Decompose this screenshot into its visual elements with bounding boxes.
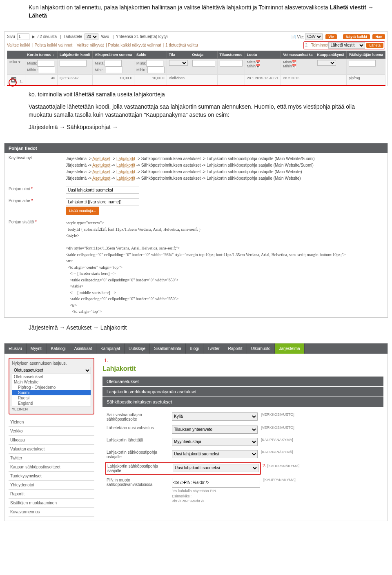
breadcrumb: Järjestelmä → Sähköpostipohjat → [29,123,377,131]
gift-card-grid: Kortin tunnus ↓Lahjakortin koodi Alkuper… [7,51,385,86]
template-subject-input[interactable] [66,198,139,205]
table-row: 1. 46 QZEY-6547 10,00 € 10,00 € Aktiivin… [7,74,385,85]
selection-count: 1 tietue(tta) valittu [165,43,198,47]
config-tab[interactable]: Kuvavarmennus [9,508,94,517]
accordion-item[interactable]: Sähköpostitoimituksen asetukset [102,397,383,407]
nav-item[interactable]: Katalogi [47,343,70,354]
config-tab[interactable]: Valuutan asetukset [9,445,94,454]
nav-item[interactable]: Etusivu [4,343,27,354]
config-tab[interactable]: Twitter [9,454,94,463]
nav-item[interactable]: Kampanjat [96,343,125,354]
config-tabs: YleinenVerkkoUlkoasuValuutan asetuksetTw… [9,418,94,517]
unselect-all-link[interactable]: Poista kaikki valinnat [34,43,72,47]
config-tab[interactable]: Kaupan sähköpostiosoitteet [9,463,94,472]
calendar-icon[interactable]: 📅 [256,60,260,64]
breadcrumb-2: Järjestelmä → Asetukset → Lahjakortit [29,323,377,332]
callout-2: 2. [305,43,308,47]
scope-select[interactable]: Oletusasetukset [12,367,91,374]
nav-item[interactable]: Järjestelmä [275,343,304,354]
nav-item[interactable]: Ulkomuoto [247,343,275,354]
unselect-visible-link[interactable]: Poista kaikki näkyvät valinnat [108,43,161,47]
row-checkbox[interactable] [11,77,16,82]
label-used: Käytössä nyt [9,156,66,160]
total-records: Yhteensä 21 tietue(tta) löytyi [116,34,168,39]
accordion-item[interactable]: Lahjakortin verkkokauppanäkymän asetukse… [102,387,383,397]
nav-item[interactable]: Raportit [224,343,247,354]
per-page-select[interactable]: 20 [85,33,98,40]
config-tab[interactable]: Verkko [9,427,94,436]
page-label: Sivu [7,34,15,39]
filter-massaction[interactable]: Mikä ▾ [7,58,25,74]
nav-item[interactable]: Sisällönhallinta [150,343,186,354]
nav-item[interactable]: Blogi [186,343,203,354]
email-template-screenshot: Pohjan tiedot Käytössä nyt Järjestelmä -… [4,143,388,318]
calendar-icon[interactable]: 📅 [292,64,296,68]
config-tab[interactable]: Yhteydenotot [9,481,94,490]
export-icon: 📄 [291,34,296,39]
gift-card-grid-screenshot: Sivu ▶ / 2 sivuista | Tarkastele 20 /siv… [4,31,388,86]
callout-1: 1. [20,79,23,83]
mass-action-submit[interactable]: Lähetä [366,43,383,48]
config-tab[interactable]: Sisältöjen muokkaaminen [9,499,94,508]
config-tab[interactable]: Raportit [9,490,94,499]
callout-1: 1. [104,358,108,363]
nav-item[interactable]: Twitter [203,343,224,354]
top-nav: EtusivuMyyntiKatalogiAsiakkaatKampanjatU… [4,343,388,354]
export-format-select[interactable]: CSV [305,33,323,40]
mass-action-box: 2. Toiminnot Lähetä viestit Lähetä [303,41,385,49]
search-button[interactable]: Hae [372,34,385,39]
paragraph-info: Vastaaottajalle lähetetään koodi, jolla … [29,103,377,119]
nav-item[interactable]: Myynti [27,343,47,354]
mass-action-select[interactable]: Lähetä viestit [328,42,365,49]
scope-selector-box: Nykyisen asennuksen laajuus. Oletusasetu… [9,358,94,415]
template-content[interactable]: <style type="text/css"> body,td { color:… [66,220,383,315]
nav-item[interactable]: Uutiskirje [125,343,150,354]
settings-lahjakortit-screenshot: EtusivuMyyntiKatalogiAsiakkaatKampanjatU… [4,343,388,521]
section-header: Pohjan tiedot [4,143,388,153]
scope-options-list[interactable]: OletusasetuksetMain WebsitePipfrog - Ohj… [12,374,91,406]
config-tab[interactable]: Ulkoasu [9,436,94,445]
used-in-list: Järjestelmä -> Asetukset -> Lahjakortit … [66,156,383,182]
config-tab[interactable]: Tuotekysymykset [9,472,94,481]
page-input[interactable] [17,33,29,40]
page-next-icon[interactable]: ▶ [32,34,35,39]
template-name-input[interactable] [66,187,139,194]
calendar-icon[interactable]: 📅 [292,60,296,64]
select-all-link[interactable]: Valitse kaikki [7,43,30,47]
page-title: Lahjakortit [102,365,383,372]
calendar-icon[interactable]: 📅 [256,64,260,68]
accordion-item[interactable]: Oletusasetukset [102,377,383,386]
nav-item[interactable]: Asiakkaat [70,343,96,354]
intro-paragraph: Kun lahjakortti on tallennettu, palaa la… [29,3,377,20]
export-button[interactable]: Vie [325,34,336,39]
reset-filter-button[interactable]: Näytä kaikki [343,34,370,39]
insert-variable-button[interactable]: Lisää muuttuja... [66,207,99,215]
paragraph-ko: ko. toiminolla voit lähettää samalla use… [29,90,377,98]
select-visible-link[interactable]: Valitse näkyvät [77,43,104,47]
config-tab[interactable]: Yleinen [9,418,94,427]
